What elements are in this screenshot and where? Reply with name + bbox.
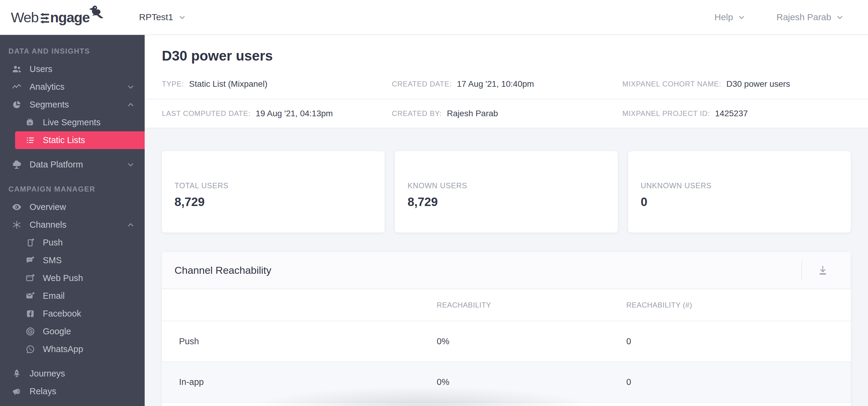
stat-label: TOTAL USERS bbox=[175, 181, 384, 190]
stat-value: 8,729 bbox=[175, 195, 384, 209]
sidebar-item-whatsapp[interactable]: WhatsApp bbox=[15, 340, 145, 358]
reachability-count: 0 bbox=[626, 336, 851, 346]
reachability-column-header: REACHABILITY bbox=[437, 301, 626, 309]
chevron-down-icon bbox=[126, 160, 135, 169]
meta-label: CREATED DATE: bbox=[392, 80, 452, 88]
channel-reachability-card: Channel Reachability REACH bbox=[162, 252, 851, 406]
sidebar-item-data-platform[interactable]: Data Platform bbox=[0, 156, 145, 173]
reachability-count-column-header: REACHABILITY (#) bbox=[626, 301, 851, 309]
table-row-partial bbox=[162, 402, 851, 406]
sidebar-item-label: Users bbox=[30, 64, 53, 74]
logo-text-web: Web bbox=[11, 9, 38, 26]
download-button[interactable] bbox=[816, 263, 830, 277]
sidebar-item-journeys[interactable]: Journeys bbox=[0, 365, 145, 382]
sidebar-item-push[interactable]: Push bbox=[15, 234, 145, 251]
sidebar-item-segments[interactable]: Segments bbox=[0, 96, 145, 113]
meta-label: CREATED BY: bbox=[392, 109, 442, 118]
sidebar-item-label: Google bbox=[43, 327, 71, 336]
reachability-tools bbox=[801, 261, 830, 280]
email-icon bbox=[25, 291, 35, 301]
page-title: D30 power users bbox=[145, 35, 868, 64]
sidebar-item-web-push[interactable]: Web Push bbox=[15, 269, 145, 287]
help-menu[interactable]: Help bbox=[715, 12, 746, 22]
channel-reachability-title: Channel Reachability bbox=[175, 265, 271, 276]
sidebar-item-label: Push bbox=[43, 238, 63, 247]
overview-icon bbox=[11, 202, 22, 212]
sidebar-section-campaign-manager: CAMPAIGN MANAGER bbox=[0, 185, 145, 193]
chevron-down-icon bbox=[738, 13, 746, 22]
sidebar-item-google[interactable]: Google bbox=[15, 323, 145, 340]
user-name: Rajesh Parab bbox=[776, 12, 831, 22]
meta-label: TYPE: bbox=[162, 80, 184, 88]
sidebar-item-label: Web Push bbox=[43, 273, 83, 283]
web-push-icon bbox=[25, 273, 35, 283]
sms-icon bbox=[25, 256, 35, 265]
meta-value: 17 Aug '21, 10:40pm bbox=[457, 79, 534, 89]
meta-value: D30 power users bbox=[726, 79, 790, 89]
stat-cards: TOTAL USERS 8,729 KNOWN USERS 8,729 UNKN… bbox=[162, 151, 851, 233]
page-header: D30 power users TYPE: Static List (Mixpa… bbox=[145, 35, 868, 128]
sidebar-item-analytics[interactable]: Analytics bbox=[0, 78, 145, 96]
whatsapp-icon bbox=[25, 344, 35, 354]
reachability-percent: 0% bbox=[437, 377, 626, 387]
reachability-percent: 0% bbox=[437, 336, 626, 346]
chevron-up-icon bbox=[126, 100, 135, 109]
meta-type: TYPE: Static List (Mixpanel) bbox=[162, 79, 392, 89]
journeys-icon bbox=[11, 368, 22, 379]
stat-card-unknown-users: UNKNOWN USERS 0 bbox=[628, 151, 851, 233]
sidebar-item-label: Analytics bbox=[30, 82, 64, 92]
meta-value: Static List (Mixpanel) bbox=[189, 79, 267, 89]
sidebar-item-users[interactable]: Users bbox=[0, 60, 145, 78]
sidebar-item-label: Email bbox=[43, 291, 65, 301]
chevron-down-icon bbox=[126, 82, 135, 91]
sidebar-item-label: SMS bbox=[43, 256, 62, 265]
stat-card-known-users: KNOWN USERS 8,729 bbox=[395, 151, 618, 233]
stat-card-total-users: TOTAL USERS 8,729 bbox=[162, 151, 384, 233]
sidebar-item-live-segments[interactable]: Live Segments bbox=[15, 113, 145, 131]
sidebar-item-relays[interactable]: Relays bbox=[0, 382, 145, 400]
sidebar-item-static-lists[interactable]: Static Lists bbox=[15, 131, 145, 149]
facebook-icon bbox=[25, 309, 35, 319]
sidebar-item-label: Relays bbox=[30, 386, 56, 396]
sidebar-item-overview[interactable]: Overview bbox=[0, 198, 145, 216]
content-area: TOTAL USERS 8,729 KNOWN USERS 8,729 UNKN… bbox=[145, 128, 868, 406]
user-menu[interactable]: Rajesh Parab bbox=[776, 12, 844, 22]
top-bar-right: Help Rajesh Parab bbox=[715, 12, 844, 22]
meta-value: Rajesh Parab bbox=[447, 109, 498, 119]
chevron-up-icon bbox=[126, 221, 135, 229]
analytics-icon bbox=[11, 81, 22, 92]
reachability-table-header: REACHABILITY REACHABILITY (#) bbox=[162, 289, 851, 322]
logo-text-ngage: ngage bbox=[50, 9, 90, 26]
sidebar-item-label: Segments bbox=[30, 100, 69, 110]
sidebar-item-channels[interactable]: Channels bbox=[0, 216, 145, 234]
meta-mixpanel-project-id: MIXPANEL PROJECT ID: 1425237 bbox=[622, 109, 851, 119]
channel-name: In-app bbox=[162, 377, 437, 387]
meta-row: LAST COMPUTED DATE: 19 Aug '21, 04:13pm … bbox=[145, 99, 868, 128]
sidebar-item-facebook[interactable]: Facebook bbox=[15, 305, 145, 323]
meta-row: TYPE: Static List (Mixpanel) CREATED DAT… bbox=[145, 69, 868, 99]
project-name: RPTest1 bbox=[139, 12, 173, 22]
sidebar-item-sms[interactable]: SMS bbox=[15, 251, 145, 269]
sidebar-item-label: Journeys bbox=[30, 369, 65, 379]
sidebar-item-label: Data Platform bbox=[30, 160, 83, 170]
stat-label: KNOWN USERS bbox=[407, 181, 618, 190]
push-icon bbox=[25, 238, 35, 247]
channels-icon bbox=[11, 219, 22, 230]
main-content: D30 power users TYPE: Static List (Mixpa… bbox=[145, 35, 868, 406]
project-selector[interactable]: RPTest1 bbox=[139, 12, 186, 22]
meta-label: MIXPANEL PROJECT ID: bbox=[622, 109, 710, 118]
meta-created-date: CREATED DATE: 17 Aug '21, 10:40pm bbox=[392, 79, 622, 89]
segments-icon bbox=[11, 99, 22, 110]
webengage-logo[interactable]: Web ngage bbox=[11, 9, 101, 26]
relays-icon bbox=[11, 386, 22, 397]
meta-mixpanel-cohort-name: MIXPANEL COHORT NAME: D30 power users bbox=[622, 79, 851, 89]
channel-name: Push bbox=[162, 336, 437, 346]
stat-value: 0 bbox=[641, 195, 851, 209]
meta-value: 1425237 bbox=[715, 109, 748, 119]
sidebar-item-email[interactable]: Email bbox=[15, 287, 145, 305]
chevron-down-icon bbox=[178, 13, 186, 22]
meta-label: MIXPANEL COHORT NAME: bbox=[622, 80, 721, 88]
top-bar: Web ngage RPTest1 Help bbox=[0, 0, 868, 35]
sidebar-item-label: Channels bbox=[30, 220, 67, 230]
sidebar-section-data-and-insights: DATA AND INSIGHTS bbox=[0, 47, 145, 56]
